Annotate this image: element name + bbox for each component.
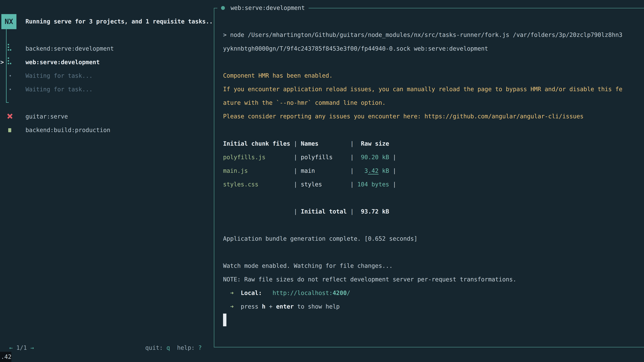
column-separator: | [350,180,354,188]
help-hint-line: ➜ press h + enter to show help [223,303,340,311]
waiting-dot-icon [10,75,11,76]
chunk-table-total-row: | Initial total| 93.72 kB [223,207,389,216]
pager-current [13,345,16,351]
key-h: h [262,303,266,310]
hmr-warning-line: Component HMR has been enabled. [223,71,332,80]
running-status-dot-icon [221,6,225,10]
column-separator: | [392,167,396,175]
chunk-file: polyfills.js [223,153,294,161]
chunk-table-row: polyfills.js| polyfills| 90.20 kB | [223,153,396,161]
task-tree-guide-line [6,28,6,102]
pager-next-icon[interactable]: → [30,345,34,351]
pager-prev-icon[interactable]: ← [9,345,13,351]
help-label: help: [177,345,195,351]
help-key[interactable]: ? [198,345,202,351]
corner-overlay-badge: .42 [0,352,12,362]
note-line: NOTE: Raw file sizes do not reflect deve… [223,275,516,283]
local-label: Local: [241,290,262,296]
plus-sign: + [269,303,272,310]
column-separator: | [294,153,297,161]
hmr-warning-line: ature with the `--no-hmr` command line o… [223,99,386,107]
success-square-icon [8,128,11,132]
task-row-guitar-serve[interactable]: guitar:serve [26,112,68,120]
col-header-files: Initial chunk files [223,140,294,148]
hmr-warning-line: If you encounter application reload issu… [223,85,622,93]
task-tree-guide-corner [6,102,9,103]
task-row-backend-build[interactable]: backend:build:production [26,126,110,134]
local-server-line: ➜ Local: http://localhost:4200/ [223,289,350,297]
failed-cross-icon [8,114,12,119]
nx-terminal-ui: { "colors": { "background": "#16262f", "… [0,0,644,362]
chunk-size: 90.20 kB [358,153,389,161]
chunk-file: main.js [223,167,294,175]
task-row-waiting-1[interactable]: Waiting for task... [26,72,92,80]
total-label: Initial total [301,207,350,216]
spinner-icon [8,44,11,51]
column-separator: | [294,140,297,148]
total-size: 93.72 kB [358,207,389,216]
nx-logo-badge: NX [1,14,16,29]
column-separator: | [350,140,354,148]
chunk-table-header: Initial chunk files| Names| Raw size [223,140,389,148]
panel-title: web:serve:development [230,4,305,11]
panel-border-left [214,8,214,348]
chunk-table-row: main.js| main| 3.42 kB | [223,167,396,175]
chunk-name: polyfills [301,153,350,161]
chunk-size: 3.42 kB [358,167,389,175]
column-separator: | [392,180,396,188]
sidebar-header: Running serve for 3 projects, and 1 requ… [26,17,213,25]
arrow-icon: ➜ [230,303,234,310]
command-line-1: > node /Users/mhartington/Github/guitars… [223,31,622,39]
hmr-warning-line: Please consider reporting any issues you… [223,112,584,120]
selected-task-caret: > [0,58,4,66]
spinner-icon [8,57,11,64]
column-separator: | [294,167,297,175]
chunk-name: styles [301,180,350,188]
quit-key[interactable]: q [166,345,170,351]
task-row-waiting-2[interactable]: Waiting for task... [26,85,92,93]
col-header-names: Names [301,140,350,148]
arrow-icon: ➜ [230,290,234,296]
command-line-2: yyknnbtgh0000gn/T/9f4c243785f8453e3f00/f… [223,44,488,53]
keyboard-shortcuts: quit: q help: ? [145,344,202,352]
column-separator: | [294,207,297,216]
chunk-name: main [301,167,350,175]
local-url[interactable]: http://localhost:4200/ [272,290,350,296]
pager: ← 1/1 → [9,344,34,352]
column-separator: | [294,180,297,188]
key-enter: enter [276,303,294,310]
col-header-size: Raw size [358,140,389,148]
panel-title-bar: web:serve:development [217,4,308,12]
panel-border-bottom [214,347,644,348]
column-separator: | [350,153,354,161]
watch-mode-line: Watch mode enabled. Watching for file ch… [223,262,392,270]
local-url-port: 4200 [332,290,347,296]
help-hint-rest: to show help [297,303,340,310]
pager-label: 1/1 [16,345,27,351]
column-separator: | [392,153,396,161]
column-separator: | [350,167,354,175]
chunk-table-row: styles.css| styles| 104 bytes | [223,180,396,188]
terminal-cursor[interactable] [223,314,226,326]
chunk-file: styles.css [223,180,294,188]
press-label: press [241,303,258,310]
chunk-size-underlined: .42 [368,167,378,174]
chunk-size: 104 bytes [358,180,389,188]
task-row-backend-serve[interactable]: backend:serve:development [26,44,114,53]
task-row-web-serve-selected[interactable]: web:serve:development [26,58,100,66]
waiting-dot-icon [10,89,11,90]
bundle-complete-line: Application bundle generation complete. … [223,235,418,243]
quit-label: quit: [145,345,163,351]
column-separator: | [350,207,354,216]
